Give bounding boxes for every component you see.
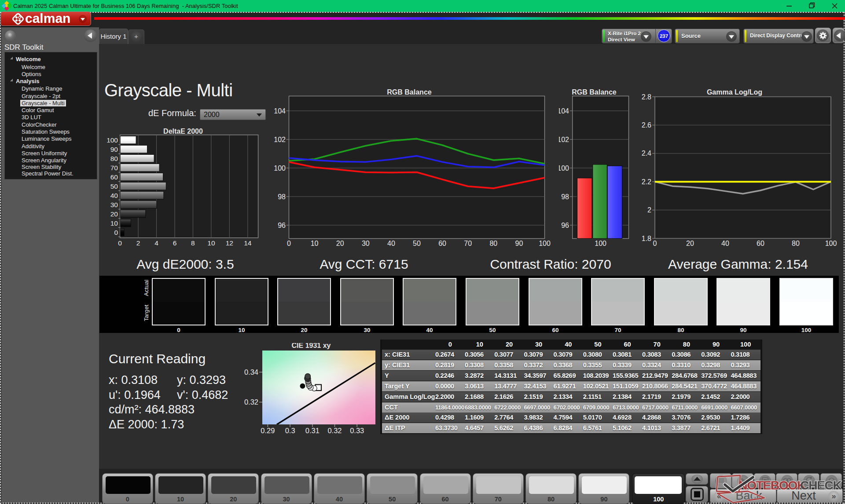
svg-text:98: 98 [278,193,286,201]
svg-text:DeltaE 2000: DeltaE 2000 [163,128,203,135]
svg-text:4: 4 [154,239,158,247]
svg-text:96: 96 [561,222,569,229]
svg-text:0.33: 0.33 [350,427,364,435]
svg-text:20: 20 [110,210,118,218]
svg-text:12: 12 [226,239,233,247]
svg-text:50: 50 [110,183,118,190]
svg-text:10: 10 [207,239,215,247]
svg-text:80: 80 [489,240,497,247]
svg-text:20: 20 [686,240,694,247]
svg-text:2: 2 [136,239,140,247]
svg-text:100: 100 [559,164,569,172]
svg-text:98: 98 [561,193,569,201]
svg-text:100: 100 [825,240,837,247]
svg-text:0: 0 [653,240,657,247]
svg-text:2.6: 2.6 [642,121,651,129]
svg-text:100: 100 [595,240,606,247]
svg-text:90: 90 [515,240,523,247]
svg-text:RGB Balance: RGB Balance [572,88,616,96]
svg-text:2.4: 2.4 [642,150,651,157]
svg-text:0.32: 0.32 [244,398,258,406]
svg-text:104: 104 [274,107,286,115]
svg-text:RGB Balance: RGB Balance [387,88,431,96]
svg-text:60: 60 [110,173,118,181]
svg-text:10: 10 [311,240,319,247]
svg-text:30: 30 [362,240,370,247]
svg-text:40: 40 [387,240,395,247]
svg-text:90: 90 [110,146,118,153]
svg-text:0: 0 [287,240,291,247]
svg-text:10: 10 [110,219,118,227]
svg-text:102: 102 [274,136,286,143]
svg-text:104: 104 [559,107,569,115]
svg-text:14: 14 [244,239,252,247]
svg-text:40: 40 [110,192,118,199]
svg-text:2.2: 2.2 [642,178,651,186]
svg-text:40: 40 [721,240,729,247]
svg-text:60: 60 [438,240,446,247]
svg-text:60: 60 [757,240,764,247]
svg-text:1.8: 1.8 [642,235,651,242]
svg-text:0.32: 0.32 [327,427,342,435]
svg-text:6: 6 [173,239,177,247]
svg-text:50: 50 [413,240,421,247]
svg-text:30: 30 [110,201,118,208]
svg-text:2.8: 2.8 [642,93,651,101]
svg-text:100: 100 [539,240,551,247]
svg-text:0.31: 0.31 [305,427,320,435]
svg-text:0: 0 [118,239,122,247]
svg-text:8: 8 [191,239,195,247]
svg-text:Gamma Log/Log: Gamma Log/Log [707,88,762,96]
svg-text:80: 80 [110,155,118,162]
svg-text:CIE 1931 xy: CIE 1931 xy [292,343,331,349]
svg-text:0.3: 0.3 [285,427,295,435]
svg-text:0.29: 0.29 [261,427,275,435]
svg-text:2: 2 [647,206,651,214]
svg-text:100: 100 [274,164,286,172]
svg-text:100: 100 [107,136,118,144]
svg-text:80: 80 [792,240,800,247]
svg-text:70: 70 [464,240,472,247]
svg-text:70: 70 [110,164,118,172]
svg-text:0.34: 0.34 [244,368,258,376]
svg-text:102: 102 [559,136,569,143]
svg-text:CHECK: CHECK [800,478,842,492]
svg-text:96: 96 [278,222,286,229]
svg-text:0: 0 [114,229,118,236]
svg-text:20: 20 [336,240,344,247]
